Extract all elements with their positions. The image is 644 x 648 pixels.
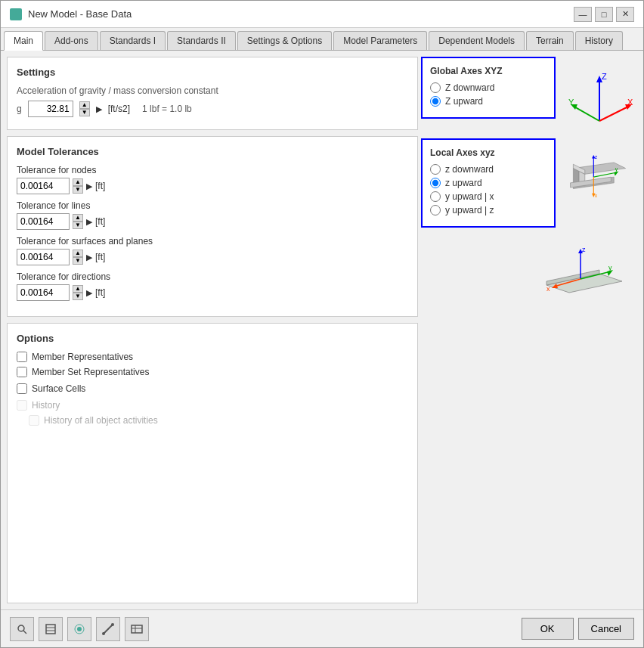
tolerance-label-2: Tolerance for surfaces and planes [17,236,408,246]
local-y-up-z-radio[interactable] [430,205,441,215]
close-button[interactable]: ✕ [616,7,634,22]
svg-point-38 [18,625,24,631]
tolerance-input-0[interactable] [17,178,70,194]
maximize-button[interactable]: □ [595,7,613,22]
gravity-input[interactable] [28,101,73,117]
tol-spinner-0: ▲ ▼ [73,178,83,194]
local-z-up-radio[interactable] [430,178,441,188]
gravity-row: g ▲ ▼ ▶ [ft/s2] 1 lbf = 1.0 lb [17,101,408,117]
options-title: Options [17,333,408,344]
local-z-up-label: z upward [445,178,482,188]
local-y-up-x-label: y upward | x [445,191,494,202]
gravity-spin-down[interactable]: ▼ [79,109,90,116]
tolerance-input-1[interactable] [17,213,70,230]
tab-standards2[interactable]: Standards II [167,31,236,50]
table-button[interactable] [125,617,149,641]
local-axes-box: Local Axes xyz z downward z upward y upw… [421,138,556,228]
tol-unit-1: [ft] [95,216,105,227]
tol-spin-down-0[interactable]: ▼ [73,186,83,194]
tab-settings[interactable]: Settings & Options [237,31,332,50]
surface-cells-label: Surface Cells [32,383,85,394]
tol-spinner-3: ▲ ▼ [73,285,83,300]
local-y-up-z-label: y upward | z [445,205,494,215]
global-z-up-row: Z upward [430,96,546,107]
svg-text:y: y [615,166,618,172]
global-axes-title: Global Axes XYZ [430,66,546,76]
data-button[interactable] [39,617,63,641]
local-axes-area: Local Axes xyz z downward z upward y upw… [421,138,637,228]
svg-line-9 [573,106,599,121]
g-label: g [17,104,22,114]
tol-spin-up-1[interactable]: ▲ [73,214,83,222]
tab-terrain[interactable]: Terrain [526,31,574,50]
right-panel: Global Axes XYZ Z downward Z upward [418,57,637,603]
surface-diagram: z y x [531,240,637,308]
svg-rect-40 [46,625,55,634]
gravity-spinner: ▲ ▼ [79,101,90,116]
gravity-unit: [ft/s2] [108,104,130,114]
tab-bar: Main Add-ons Standards I Standards II Se… [1,28,643,51]
search-button[interactable] [10,617,34,641]
tol-spin-up-0[interactable]: ▲ [73,178,83,186]
tol-spin-down-1[interactable]: ▼ [73,222,83,229]
minimize-button[interactable]: ― [574,7,592,22]
checkbox-member-set-reps: Member Set Representatives [17,367,408,377]
tol-spin-down-2[interactable]: ▼ [73,257,83,265]
tol-spin-up-2[interactable]: ▲ [73,250,83,257]
global-z-up-radio[interactable] [430,96,441,107]
local-axes-title: Local Axes xyz [430,147,546,158]
local-z-down-row: z downward [430,164,546,175]
gravity-spin-up[interactable]: ▲ [79,101,90,109]
svg-rect-48 [132,625,142,633]
global-axes-area: Global Axes XYZ Z downward Z upward [421,57,637,132]
tab-dependent[interactable]: Dependent Models [429,31,525,50]
cancel-button[interactable]: Cancel [578,618,634,640]
svg-line-6 [599,106,630,121]
global-z-down-row: Z downward [430,82,546,93]
tol-unit-0: [ft] [95,181,105,191]
app-icon [10,8,22,20]
tol-unit-3: [ft] [95,287,105,298]
global-z-down-radio[interactable] [430,82,441,93]
tol-spinner-2: ▲ ▼ [73,250,83,265]
local-y-up-x-radio[interactable] [430,191,441,202]
main-window: New Model - Base Data ― □ ✕ Main Add-ons… [0,0,644,648]
history-checkbox[interactable] [17,400,27,411]
history-all-checkbox[interactable] [29,415,39,426]
title-bar-left: New Model - Base Data [10,8,132,20]
tolerance-input-3[interactable] [17,284,70,301]
tolerances-section: Model Tolerances Tolerance for nodes ▲ ▼… [7,136,418,317]
tol-spin-up-3[interactable]: ▲ [73,285,83,293]
tab-addons[interactable]: Add-ons [45,31,98,50]
surface-cells-checkbox[interactable] [17,383,27,394]
local-z-down-radio[interactable] [430,164,441,175]
svg-text:z: z [595,154,598,160]
tab-main[interactable]: Main [4,31,43,51]
settings-section: Settings Acceleration of gravity / mass … [7,57,418,130]
svg-point-46 [102,632,105,635]
tolerance-input-2[interactable] [17,249,70,265]
member-set-reps-label: Member Set Representatives [32,367,149,377]
tol-spin-down-3[interactable]: ▼ [73,293,83,300]
checkbox-surface-cells: Surface Cells [17,383,408,394]
history-label: History [32,400,60,411]
svg-line-39 [23,631,26,634]
local-z-down-label: z downward [445,164,494,175]
svg-text:x: x [546,285,550,293]
global-axes-diagram: Z X Y [562,57,637,132]
member-button[interactable] [96,617,120,641]
svg-point-43 [77,627,82,631]
svg-text:X: X [627,98,633,107]
ok-button[interactable]: OK [522,618,574,640]
member-reps-checkbox[interactable] [17,352,27,362]
tab-model-params[interactable]: Model Parameters [333,31,427,50]
member-set-reps-checkbox[interactable] [17,367,27,377]
tolerance-label-1: Tolerance for lines [17,200,408,211]
tab-standards1[interactable]: Standards I [100,31,166,50]
tab-history[interactable]: History [575,31,623,50]
left-panel: Settings Acceleration of gravity / mass … [7,57,418,603]
beam-diagram: z y x [562,138,637,214]
node-button[interactable] [67,617,91,641]
gravity-description: Acceleration of gravity / mass conversio… [17,85,408,96]
local-z-up-row: z upward [430,178,546,188]
